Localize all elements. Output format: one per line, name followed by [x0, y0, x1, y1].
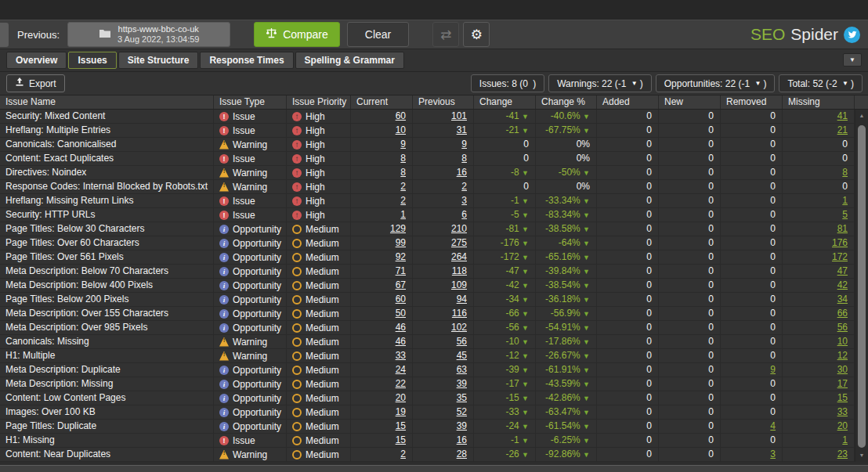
issue-row[interactable]: Meta Description: Over 985 PixelsiOpport…	[0, 321, 855, 335]
issue-row[interactable]: Canonicals: Canonicalised!Warning↑High99…	[0, 138, 855, 152]
clear-button[interactable]: Clear	[347, 22, 409, 47]
current-cell-link[interactable]: 8	[400, 167, 406, 178]
column-header-missing[interactable]: Missing	[783, 95, 855, 109]
issue-row[interactable]: Meta Description: DuplicateiOpportunityM…	[0, 363, 855, 377]
issue-row[interactable]: H1: Multiple!WarningMedium3345-12 ▼-26.6…	[0, 349, 855, 363]
missing-cell-link[interactable]: 34	[837, 294, 848, 304]
column-header-issue-type[interactable]: Issue Type	[214, 95, 287, 109]
tab-site-structure[interactable]: Site Structure	[118, 52, 199, 69]
removed-cell[interactable]: 4	[721, 420, 783, 433]
issues-counter[interactable]: Issues: 8 (0 )	[471, 74, 544, 92]
missing-cell-link[interactable]: 5	[842, 209, 848, 220]
previous-cell[interactable]: 118	[413, 265, 474, 278]
previous-cell[interactable]: 264	[413, 250, 474, 264]
current-cell-link[interactable]: 15	[396, 420, 406, 431]
previous-cell-link[interactable]: 116	[452, 308, 467, 319]
previous-cell-link[interactable]: 101	[451, 110, 467, 121]
missing-cell[interactable]: 30	[783, 363, 855, 377]
missing-cell-link[interactable]: 15	[837, 392, 848, 403]
scroll-down-icon[interactable]: ▼	[855, 451, 868, 460]
previous-cell-link[interactable]: 275	[451, 237, 467, 248]
previous-cell-link[interactable]: 35	[457, 392, 467, 403]
issue-row[interactable]: Directives: Noindex!Warning↑High816-8 ▼-…	[0, 166, 855, 180]
current-cell-link[interactable]: 92	[396, 251, 406, 262]
previous-cell-link[interactable]: 52	[457, 406, 467, 417]
missing-cell-link[interactable]: 41	[837, 110, 848, 121]
previous-cell[interactable]: 52	[413, 405, 474, 419]
issue-row[interactable]: Content: Low Content PagesiOpportunityMe…	[0, 391, 855, 405]
current-cell[interactable]: 15	[351, 420, 413, 433]
previous-cell-link[interactable]: 39	[457, 378, 467, 389]
column-header-change[interactable]: Change %	[536, 95, 597, 109]
tab-spelling-grammar[interactable]: Spelling & Grammar	[295, 52, 404, 69]
missing-cell[interactable]: 5	[783, 208, 855, 222]
previous-cell[interactable]: 28	[413, 448, 474, 461]
current-cell[interactable]: 71	[351, 265, 413, 278]
previous-cell[interactable]: 16	[413, 434, 474, 447]
missing-cell-link[interactable]: 1	[842, 195, 848, 206]
removed-cell[interactable]: 3	[721, 448, 783, 461]
current-cell[interactable]: 2	[351, 448, 413, 461]
missing-cell-link[interactable]: 42	[837, 279, 848, 290]
missing-cell[interactable]: 12	[783, 349, 855, 362]
current-cell-link[interactable]: 15	[396, 434, 406, 445]
missing-cell[interactable]: 17	[783, 377, 855, 391]
issue-row[interactable]: Meta Description: Below 70 CharactersiOp…	[0, 265, 855, 279]
previous-cell[interactable]: 45	[413, 349, 474, 362]
current-cell-link[interactable]: 20	[396, 392, 406, 403]
missing-cell[interactable]: 8	[783, 166, 855, 179]
current-cell-link[interactable]: 22	[396, 378, 406, 389]
current-cell[interactable]: 46	[351, 335, 413, 348]
missing-cell[interactable]: 56	[783, 321, 855, 334]
missing-cell-link[interactable]: 23	[837, 449, 848, 459]
previous-cell-link[interactable]: 6	[461, 209, 467, 220]
current-cell[interactable]: 92	[351, 250, 413, 264]
missing-cell-link[interactable]: 176	[832, 237, 848, 248]
issue-row[interactable]: Canonicals: Missing!WarningMedium4656-10…	[0, 335, 855, 349]
issue-row[interactable]: Response Codes: Internal Blocked by Robo…	[0, 180, 855, 194]
missing-cell[interactable]: 81	[783, 222, 855, 236]
missing-cell[interactable]: 33	[783, 405, 855, 419]
current-cell[interactable]: 24	[351, 363, 413, 377]
issue-row[interactable]: H1: Missing!IssueMedium1516-1 ▼-6.25% ▼0…	[0, 434, 855, 448]
missing-cell-link[interactable]: 1	[842, 434, 848, 445]
issue-row[interactable]: Meta Description: MissingiOpportunityMed…	[0, 377, 855, 391]
previous-cell-link[interactable]: 16	[457, 167, 467, 178]
column-header-added[interactable]: Added	[597, 95, 659, 109]
previous-cell-link[interactable]: 16	[457, 434, 467, 445]
column-header-previous[interactable]: Previous	[413, 95, 474, 109]
current-cell-link[interactable]: 10	[396, 124, 406, 135]
missing-cell-link[interactable]: 33	[837, 406, 848, 417]
previous-cell[interactable]: 9	[413, 138, 474, 151]
previous-cell[interactable]: 63	[413, 363, 474, 377]
previous-cell-link[interactable]: 109	[451, 279, 467, 290]
previous-cell-link[interactable]: 118	[452, 265, 467, 276]
current-cell-link[interactable]: 60	[396, 110, 406, 121]
previous-cell-link[interactable]: 9	[461, 139, 467, 150]
previous-crawl-select[interactable]: https-www-bbc-co-uk 3 Aug 2022, 13:04:59	[67, 22, 230, 47]
current-cell-link[interactable]: 2	[400, 195, 406, 206]
column-header-current[interactable]: Current	[351, 95, 413, 109]
current-cell-link[interactable]: 9	[400, 139, 406, 150]
previous-cell[interactable]: 31	[413, 124, 474, 137]
compare-button[interactable]: Compare	[254, 22, 340, 47]
previous-cell-link[interactable]: 2	[461, 181, 467, 192]
column-header-removed[interactable]: Removed	[721, 95, 783, 109]
previous-cell[interactable]: 39	[413, 377, 474, 391]
issue-row[interactable]: Images: Over 100 KBiOpportunityMedium195…	[0, 405, 855, 420]
total-counter[interactable]: Total: 52 (-2 ▼)	[779, 74, 863, 92]
column-header-new[interactable]: New	[659, 95, 721, 109]
current-cell[interactable]: 8	[351, 166, 413, 179]
missing-cell-link[interactable]: 10	[837, 336, 848, 347]
previous-cell-link[interactable]: 63	[457, 364, 467, 375]
current-cell[interactable]: 2	[351, 180, 413, 193]
issue-row[interactable]: Page Titles: DuplicateiOpportunityMedium…	[0, 420, 855, 434]
missing-cell[interactable]: 1	[783, 434, 855, 447]
previous-cell[interactable]: 35	[413, 391, 474, 405]
current-cell[interactable]: 60	[351, 293, 413, 306]
missing-cell[interactable]: 1	[783, 194, 855, 207]
current-cell[interactable]: 60	[351, 110, 413, 123]
current-cell[interactable]: 9	[351, 138, 413, 151]
missing-cell[interactable]: 23	[783, 448, 855, 461]
removed-cell[interactable]: 9	[721, 363, 783, 377]
